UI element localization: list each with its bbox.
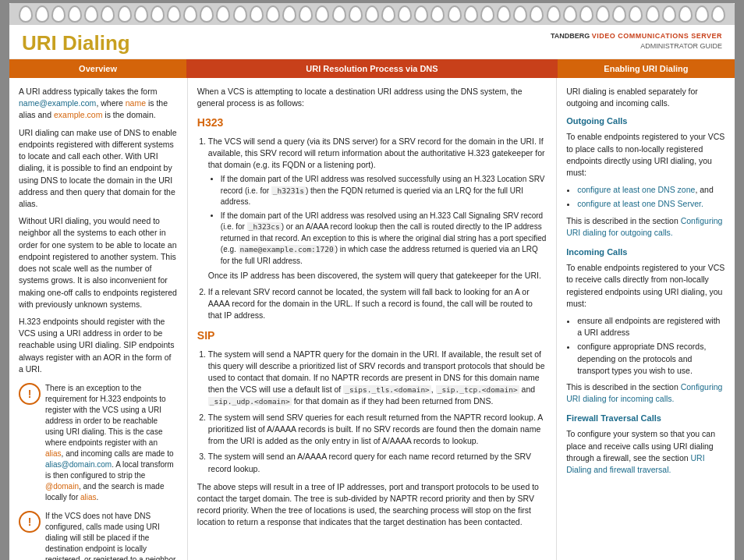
- outgoing-bullets: configure at least one DNS zone, and con…: [566, 184, 725, 210]
- spiral-hole: [480, 5, 494, 23]
- h323-sub-1: If the domain part of the URI address wa…: [221, 174, 547, 208]
- outgoing-heading: Outgoing Calls: [566, 115, 725, 128]
- sip-list: The system will send a NAPTR query for t…: [197, 349, 547, 475]
- spiral-hole: [118, 5, 132, 23]
- incoming-heading: Incoming Calls: [566, 246, 725, 259]
- spiral-hole: [51, 5, 66, 23]
- firewall-heading: Firewall Traversal Calls: [566, 413, 725, 425]
- sip-heading: SIP: [197, 328, 547, 343]
- overview-column: A URI address typically takes the form n…: [9, 78, 188, 560]
- spiral-hole: [35, 5, 49, 23]
- name-link[interactable]: name@example.com: [19, 98, 96, 108]
- spiral-hole: [711, 5, 725, 23]
- page-wrapper: URI Dialing TANDBERG VIDEO COMMUNICATION…: [9, 3, 735, 560]
- spiral-hole: [299, 5, 313, 23]
- uri-resolution-header: URI Resolution Process via DNS: [186, 59, 558, 78]
- spiral-hole: [497, 5, 511, 23]
- spiral-hole: [398, 5, 412, 23]
- spiral-hole: [646, 5, 660, 23]
- spiral-hole: [464, 5, 478, 23]
- h323-item-1: The VCS will send a query (via its DNS s…: [208, 136, 547, 282]
- spiral-hole: [596, 5, 610, 23]
- spiral-hole: [678, 5, 693, 23]
- spiral-hole: [629, 5, 643, 23]
- domain-highlight: example.com: [54, 110, 102, 119]
- overview-para2: URI dialing can make use of DNS to enabl…: [19, 127, 178, 211]
- spiral-hole: [200, 5, 214, 23]
- spiral-hole: [101, 5, 115, 23]
- spiral-hole: [151, 5, 165, 23]
- note-text-2: If the VCS does not have DNS configured,…: [45, 511, 178, 560]
- incoming-para: To enable endpoints registered to your V…: [566, 262, 725, 310]
- spiral-hole: [250, 5, 264, 23]
- spiral-hole: [365, 5, 379, 23]
- incoming-link-para: This is described in the section Configu…: [566, 381, 725, 405]
- spiral-hole: [579, 5, 593, 23]
- guide-info: TANDBERG VIDEO COMMUNICATIONS SERVER ADM…: [551, 31, 722, 51]
- spiral-hole: [134, 5, 148, 23]
- outgoing-para: To enable endpoints registered to your V…: [566, 131, 725, 179]
- sip-item-2: The system will send SRV queries for eac…: [208, 412, 547, 448]
- spiral-hole: [183, 5, 197, 23]
- h323-item-2: If a relevant SRV record cannot be locat…: [208, 286, 547, 322]
- incoming-bullet-1: ensure all endpoints are registered with…: [577, 315, 725, 338]
- note-box-2: ! If the VCS does not have DNS configure…: [19, 511, 178, 560]
- spiral-hole: [68, 5, 82, 23]
- spiral-hole: [315, 5, 329, 23]
- header: URI Dialing TANDBERG VIDEO COMMUNICATION…: [9, 25, 735, 59]
- sip-para: The above steps will result in a tree of…: [197, 481, 547, 529]
- outgoing-bullet-2: configure at least one DNS Server.: [577, 198, 725, 210]
- sip-item-1: The system will send a NAPTR query for t…: [208, 349, 547, 408]
- h323-heading: H323: [197, 115, 547, 130]
- spiral-hole: [167, 5, 181, 23]
- note-box-1: ! There is an exception to the requireme…: [19, 383, 178, 503]
- incoming-bullets: ensure all endpoints are registered with…: [566, 315, 725, 377]
- spiral-hole: [266, 5, 280, 23]
- name-highlight: name: [126, 98, 146, 108]
- spiral-hole: [513, 5, 527, 23]
- spiral-binding: [9, 3, 735, 25]
- spiral-hole: [282, 5, 296, 23]
- overview-para1: A URI address typically takes the form n…: [19, 86, 178, 122]
- content-area: A URI address typically takes the form n…: [9, 78, 735, 560]
- spiral-hole: [430, 5, 445, 23]
- spiral-hole: [19, 5, 33, 23]
- spiral-hole: [349, 5, 363, 23]
- sip-item-3: The system will send an A/AAAA record qu…: [208, 451, 547, 474]
- spiral-hole: [448, 5, 462, 23]
- overview-para4: H.323 endpoints should register with the…: [19, 316, 178, 375]
- page-title: URI Dialing: [22, 31, 130, 55]
- overview-para3: Without URI dialing, you would need to n…: [19, 215, 178, 310]
- note-icon-2: !: [19, 511, 41, 533]
- incoming-bullet-2: configure appropriate DNS records, depen…: [577, 341, 725, 377]
- product-name: VIDEO COMMUNICATIONS SERVER: [592, 32, 722, 40]
- h323-sub-list: If the domain part of the URI address wa…: [208, 174, 547, 267]
- spiral-hole: [84, 5, 98, 23]
- spiral-hole: [530, 5, 544, 23]
- spiral-hole: [662, 5, 676, 23]
- enabling-intro: URI dialing is enabled separately for ou…: [566, 86, 725, 109]
- spiral-hole: [414, 5, 428, 23]
- spiral-hole: [332, 5, 346, 23]
- firewall-para: To configure your system so that you can…: [566, 428, 725, 476]
- spiral-hole: [563, 5, 577, 23]
- h323-sub-2: If the domain part of the URI address wa…: [221, 211, 547, 268]
- spiral-hole: [547, 5, 561, 23]
- spiral-hole: [216, 5, 230, 23]
- spiral-hole: [612, 5, 626, 23]
- enabling-column: URI dialing is enabled separately for ou…: [557, 78, 735, 560]
- note-text-1: There is an exception to the requirement…: [45, 383, 178, 503]
- enabling-header: Enabling URI Dialing: [558, 59, 735, 78]
- uri-resolution-column: When a VCS is attempting to locate a des…: [188, 78, 557, 560]
- section-headers: Overview URI Resolution Process via DNS …: [9, 59, 735, 78]
- outgoing-link-para: This is described in the section Configu…: [566, 215, 725, 239]
- h323-list: The VCS will send a query (via its DNS s…: [197, 136, 547, 322]
- note-icon-1: !: [19, 383, 41, 405]
- spiral-hole: [695, 5, 709, 23]
- outgoing-bullet-1: configure at least one DNS zone, and: [577, 184, 725, 196]
- overview-header: Overview: [9, 59, 186, 78]
- spiral-hole: [233, 5, 247, 23]
- brand-name: TANDBERG: [551, 32, 590, 40]
- uri-intro: When a VCS is attempting to locate a des…: [197, 86, 547, 109]
- guide-label: ADMINISTRATOR GUIDE: [640, 42, 722, 50]
